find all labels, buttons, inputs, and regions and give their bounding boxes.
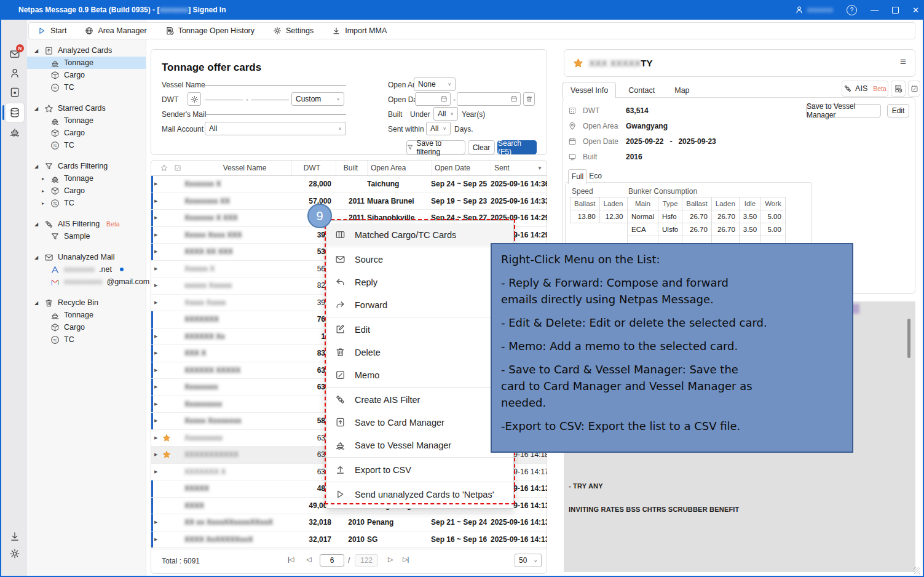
- edit-vessel-button[interactable]: Edit: [887, 104, 909, 117]
- tree-item-tonnage[interactable]: Tonnage: [27, 309, 146, 321]
- save-to-vessel-manager-button[interactable]: Save to Vessel Manager: [806, 104, 881, 117]
- tree-item-tonnage[interactable]: Tonnage: [27, 114, 146, 127]
- open-date-header[interactable]: Open Date: [431, 161, 489, 175]
- expand-arrow-icon[interactable]: ▶: [154, 176, 157, 193]
- tree-item-tc[interactable]: TC: [27, 333, 146, 346]
- toolbar-tonnage-open-history[interactable]: Tonnage Open History: [165, 26, 255, 35]
- contacts-icon[interactable]: [9, 68, 20, 79]
- expand-arrow-icon[interactable]: ▶: [154, 531, 157, 548]
- expand-arrow-icon[interactable]: ▶: [154, 413, 157, 429]
- tab-vessel-info[interactable]: Vessel Info: [563, 82, 616, 98]
- page-input[interactable]: 6: [320, 554, 344, 567]
- tree-item-tonnage[interactable]: Tonnage: [27, 57, 146, 69]
- dwt-from-input[interactable]: [205, 89, 243, 100]
- import-icon[interactable]: [9, 531, 20, 542]
- analyzed-cards-rail-icon[interactable]: [9, 107, 20, 118]
- open-date-clear-button[interactable]: [523, 92, 535, 106]
- account-button[interactable]: xxxxxxx: [795, 6, 833, 14]
- toolbar-settings[interactable]: Settings: [273, 26, 314, 35]
- expand-arrow-icon[interactable]: ▶: [154, 345, 157, 362]
- dwt-settings-button[interactable]: [188, 92, 201, 106]
- tree-item-mail-account[interactable]: xxxxxxxx.net: [27, 263, 146, 276]
- tree-header-cards-filtering[interactable]: ◢Cards Filtering: [27, 160, 146, 172]
- vessel-manager-icon[interactable]: [9, 126, 20, 137]
- favorite-star-icon[interactable]: [573, 58, 583, 68]
- memo-header-icon[interactable]: [174, 161, 181, 175]
- first-page-button[interactable]: |◁: [288, 555, 293, 563]
- collapsed-arrow-icon[interactable]: ▸: [42, 201, 46, 206]
- table-row[interactable]: ▶XX xx XxxxXXxxxxXXxxX32,0182010PenangSe…: [151, 514, 547, 531]
- tree-item-tc[interactable]: ▸TC: [27, 197, 146, 209]
- tree-item-sample[interactable]: Sample: [27, 230, 146, 242]
- tree-item-cargo[interactable]: ▸Cargo: [27, 185, 146, 197]
- open-date-to-input[interactable]: [457, 92, 521, 106]
- tab-eco[interactable]: Eco: [586, 169, 604, 183]
- maximize-button[interactable]: [892, 7, 899, 14]
- expand-arrow-icon[interactable]: ▶: [154, 430, 157, 447]
- table-row[interactable]: ▶Xxxxxxx X28,000TaichungSep 24 ~ Sep 252…: [151, 176, 547, 193]
- ais-button[interactable]: AISBeta: [842, 81, 888, 97]
- expanded-arrow-icon[interactable]: ◢: [34, 221, 40, 227]
- expand-arrow-icon[interactable]: ▶: [154, 295, 157, 311]
- tab-full[interactable]: Full: [568, 169, 587, 184]
- mail-account-select[interactable]: All∨: [205, 122, 346, 135]
- expanded-arrow-icon[interactable]: ◢: [34, 48, 40, 54]
- expand-arrow-icon[interactable]: ▶: [154, 193, 157, 210]
- tree-header-starred-cards[interactable]: ◢Starred Cards: [27, 102, 146, 114]
- collapsed-arrow-icon[interactable]: ▸: [42, 188, 46, 194]
- expand-arrow-icon[interactable]: ▶: [154, 464, 157, 480]
- tree-header-ais-filtering[interactable]: ◢AIS FilteringBeta: [27, 218, 146, 230]
- collapsed-arrow-icon[interactable]: ▸: [42, 176, 46, 181]
- open-date-from-input[interactable]: [415, 92, 451, 106]
- dwt-header[interactable]: DWT: [291, 161, 332, 175]
- search-button[interactable]: Search (F5): [497, 140, 537, 154]
- prev-page-button[interactable]: ◁: [306, 555, 310, 563]
- next-page-button[interactable]: ▷: [388, 555, 392, 563]
- vessel-name-header[interactable]: Vessel Name: [184, 161, 305, 175]
- save-to-filtering-button[interactable]: Save to filtering: [406, 140, 465, 154]
- memo-button[interactable]: [908, 81, 920, 97]
- star-header-icon[interactable]: [160, 161, 168, 175]
- expand-arrow-icon[interactable]: ▶: [154, 396, 157, 413]
- close-button[interactable]: ✕: [912, 6, 919, 15]
- page-size-select[interactable]: 50∨: [515, 554, 542, 567]
- tree-item-cargo[interactable]: Cargo: [27, 69, 146, 81]
- settings-rail-icon[interactable]: [9, 548, 20, 559]
- tree-header-analyzed-cards[interactable]: ◢Analyzed Cards: [27, 44, 146, 57]
- expand-arrow-icon[interactable]: ▶: [154, 227, 157, 244]
- expand-arrow-icon[interactable]: ▶: [154, 362, 157, 379]
- sent-filter-icon[interactable]: ▼: [537, 161, 542, 175]
- expand-arrow-icon[interactable]: ▶: [154, 277, 157, 294]
- expand-arrow-icon[interactable]: ▶: [154, 261, 157, 277]
- tree-item-cargo[interactable]: Cargo: [27, 127, 146, 139]
- scrollbar-thumb[interactable]: [907, 319, 910, 358]
- expanded-arrow-icon[interactable]: ◢: [34, 164, 40, 169]
- tree-item-mail-account[interactable]: xxxxxxxxxx@gmail.com: [27, 276, 146, 288]
- table-row[interactable]: ▶Xxxxxxxx XX57,0002011Muara BruneiSep 19…: [151, 193, 547, 210]
- vessel-name-input[interactable]: [205, 74, 346, 86]
- table-row[interactable]: ▶XXXX XxXXXXXxxX32,0172010SGSep 16 ~ Sep…: [151, 531, 547, 549]
- toolbar-start[interactable]: Start: [38, 26, 66, 35]
- toolbar-area-manager[interactable]: Area Manager: [85, 26, 146, 35]
- sent-within-select[interactable]: All∨: [426, 122, 451, 135]
- tree-header-recycle-bin[interactable]: ◢Recycle Bin: [27, 296, 146, 309]
- tree-header-unanalyzed-mail[interactable]: ◢Unanalyzed Mail: [27, 251, 146, 263]
- clear-button[interactable]: Clear: [468, 140, 495, 154]
- star-icon[interactable]: [162, 434, 171, 442]
- expand-arrow-icon[interactable]: ▶: [154, 244, 157, 260]
- resize-grip[interactable]: [914, 567, 920, 574]
- tab-contact[interactable]: Contact: [621, 82, 662, 98]
- tree-item-tc[interactable]: TC: [27, 81, 146, 94]
- last-page-button[interactable]: ▷|: [403, 555, 408, 563]
- open-history-button[interactable]: [891, 81, 906, 97]
- built-header[interactable]: Built: [336, 161, 365, 175]
- tree-item-tc[interactable]: TC: [27, 139, 146, 151]
- expand-arrow-icon[interactable]: ▶: [154, 328, 157, 345]
- help-button[interactable]: ?: [847, 5, 857, 15]
- expanded-arrow-icon[interactable]: ◢: [34, 255, 40, 260]
- card-manager-icon[interactable]: [9, 87, 20, 98]
- toolbar-import-mma[interactable]: Import MMA: [332, 26, 387, 35]
- tab-map[interactable]: Map: [667, 82, 697, 98]
- tree-item-tonnage[interactable]: ▸Tonnage: [27, 172, 146, 185]
- dwt-to-input[interactable]: [251, 89, 289, 100]
